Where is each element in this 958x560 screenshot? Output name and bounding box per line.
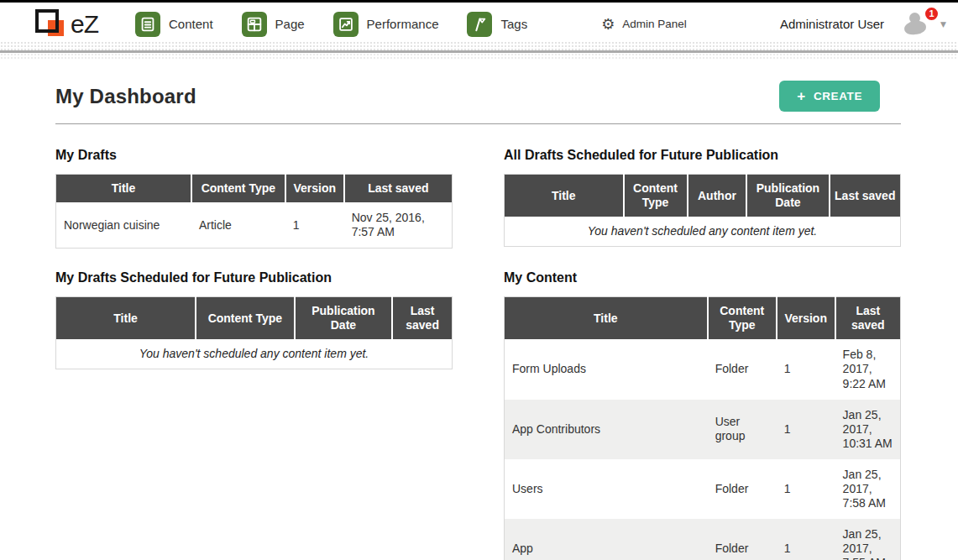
table-cell: 1 [777,339,835,399]
gear-icon: ⚙ [601,17,615,32]
column-header: Publication Date [746,175,829,217]
table-row[interactable]: UsersFolder1Jan 25, 2017, 7:58 AM [505,459,901,519]
table-cell: Users [505,459,708,519]
admin-panel-label: Admin Panel [622,18,687,30]
admin-panel-button[interactable]: ⚙ Admin Panel [601,17,687,32]
column-header: Content Type [708,297,777,340]
table-row[interactable]: Form UploadsFolder1Feb 8, 2017, 9:22 AM [505,339,901,399]
ez-logo[interactable]: eZ [34,8,98,41]
topbar-shadow [0,53,958,60]
column-header: Title [505,175,624,217]
plus-icon: + [797,89,806,103]
table-cell: App Contributors [505,400,708,459]
user-name: Administrator User [780,17,884,31]
user-menu[interactable]: Administrator User 1 ▼ [780,13,946,36]
performance-icon [333,12,359,37]
nav-item-page[interactable]: Page [242,12,305,37]
table-cell: Jan 25, 2017, 7:55 AM [835,519,901,560]
section-my-drafts-scheduled: My Drafts Scheduled for Future Publicati… [55,270,453,369]
table-cell: Folder [708,519,777,560]
tags-icon [467,12,492,37]
column-header: Last saved [392,297,452,340]
all-drafts-scheduled-table: TitleContent TypeAuthorPublication DateL… [504,174,901,247]
column-header: Title [56,297,196,340]
table-cell: Folder [708,339,777,399]
table-cell: 1 [777,519,835,560]
nav-label: Tags [500,17,527,31]
column-header: Title [56,175,191,203]
column-header: Version [285,175,344,203]
nav-item-performance[interactable]: Performance [333,12,439,37]
table-cell: Norwegian cuisine [56,202,191,249]
column-header: Last saved [830,175,901,217]
table-row[interactable]: App ContributorsUser group1Jan 25, 2017,… [505,400,901,459]
column-header: Content Type [196,297,295,340]
table-cell: Article [191,202,285,249]
top-navigation-bar: eZ Content Pag [0,3,958,50]
empty-message: You haven't scheduled any content item y… [505,217,901,247]
notification-badge[interactable]: 1 [924,6,940,22]
empty-row: You haven't scheduled any content item y… [505,217,901,247]
column-header: Content Type [191,175,285,203]
table-cell: Form Uploads [505,339,708,399]
page-icon [242,12,267,37]
create-button[interactable]: + CREATE [779,81,880,112]
avatar-icon: 1 [903,13,933,36]
column-header: Author [688,175,747,217]
column-header: Last saved [835,297,901,340]
table-cell: User group [708,400,777,459]
section-heading: All Drafts Scheduled for Future Publicat… [504,148,901,163]
nav-label: Performance [367,17,439,31]
nav-item-content[interactable]: Content [135,12,213,37]
ez-logo-text: eZ [71,10,98,39]
section-all-drafts-scheduled: All Drafts Scheduled for Future Publicat… [504,148,901,247]
section-heading: My Drafts [55,148,453,163]
section-heading: My Content [504,270,901,285]
my-content-table: TitleContent TypeVersionLast savedForm U… [504,296,901,560]
page-header: My Dashboard + CREATE [55,81,901,112]
create-button-label: CREATE [814,90,862,102]
caret-down-icon: ▼ [940,20,946,29]
table-cell: Nov 25, 2016, 7:57 AM [344,202,453,249]
my-drafts-table: TitleContent TypeVersionLast savedNorweg… [55,174,453,249]
table-cell: Folder [708,459,777,519]
dashboard-page: My Dashboard + CREATE My Drafts TitleCon… [0,60,958,560]
table-cell: Feb 8, 2017, 9:22 AM [835,339,901,399]
empty-message: You haven't scheduled any content item y… [56,339,453,369]
section-my-drafts: My Drafts TitleContent TypeVersionLast s… [55,148,453,249]
my-drafts-scheduled-table: TitleContent TypePublication DateLast sa… [55,296,453,369]
column-header: Version [777,297,835,340]
ez-logo-mark-icon [34,8,69,41]
nav-label: Page [275,17,305,31]
table-cell: App [505,519,708,560]
table-cell: Jan 25, 2017, 7:58 AM [835,459,901,519]
column-header: Title [505,297,708,340]
table-cell: 1 [777,459,835,519]
table-row[interactable]: Norwegian cuisineArticle1Nov 25, 2016, 7… [56,202,453,249]
nav-item-tags[interactable]: Tags [467,12,527,37]
column-header: Publication Date [295,297,393,340]
column-header: Content Type [624,175,688,217]
title-divider [55,123,901,124]
dashboard-grid: My Drafts TitleContent TypeVersionLast s… [55,148,901,560]
table-cell: 1 [777,400,835,459]
section-my-content: My Content TitleContent TypeVersionLast … [504,270,901,560]
nav-label: Content [169,17,213,31]
empty-row: You haven't scheduled any content item y… [56,339,453,369]
main-nav: Content Page Performance [135,12,527,37]
content-icon [135,12,160,37]
table-cell: Jan 25, 2017, 10:31 AM [835,400,901,459]
section-heading: My Drafts Scheduled for Future Publicati… [55,270,453,285]
table-row[interactable]: AppFolder1Jan 25, 2017, 7:55 AM [505,519,901,560]
table-cell: 1 [285,202,344,249]
column-header: Last saved [344,175,453,203]
page-title: My Dashboard [55,85,196,108]
